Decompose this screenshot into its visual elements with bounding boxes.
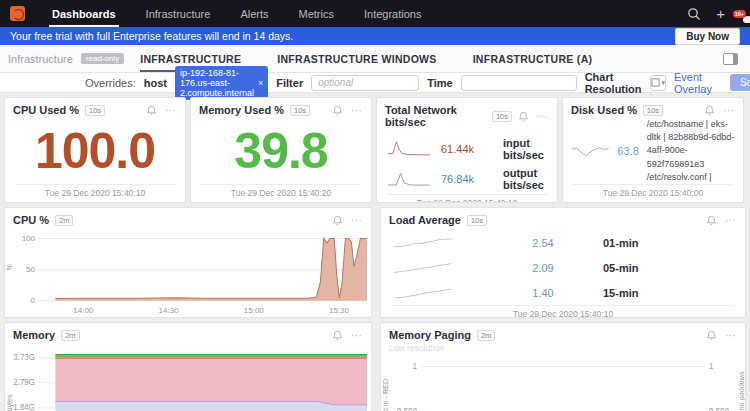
bell-icon[interactable] — [332, 105, 343, 116]
resolution-badge: 2m — [61, 330, 79, 341]
panel-title: CPU % — [13, 214, 49, 226]
more-icon[interactable]: ⋯ — [725, 215, 737, 226]
load-5min-sparkline — [393, 260, 453, 276]
bell-icon[interactable] — [146, 105, 157, 116]
more-icon[interactable]: ⋯ — [725, 330, 737, 341]
bell-icon[interactable] — [332, 215, 343, 226]
bell-icon[interactable] — [518, 111, 529, 122]
network-input-label: input bits/sec — [503, 137, 547, 161]
svg-text:0.500: 0.500 — [709, 407, 729, 411]
panel-memory: Memory 2m ⋯ 3.73G2.79G1.84G954M0bytes — [4, 322, 372, 411]
load-15min-value: 1.40 — [483, 287, 603, 299]
chevron-down-icon: ▾ — [662, 79, 666, 87]
panel-title: Load Average — [389, 214, 461, 226]
disk-used-value: 63.8 — [617, 145, 638, 157]
network-output-row: 76.84k output bits/sec — [377, 164, 557, 194]
svg-text:15:00: 15:00 — [244, 306, 265, 315]
chart-resolution-select[interactable]: ▾ — [650, 75, 667, 91]
top-navbar: Dashboards Infrastructure Alerts Metrics… — [0, 0, 750, 27]
notification-badge: 10+ — [733, 10, 746, 18]
panel-memory-paging: Memory Paging 2m ⋯ Low resolution 110.50… — [380, 322, 746, 411]
nav-item-dashboards[interactable]: Dashboards — [37, 0, 131, 27]
network-output-value: 76.84k — [441, 173, 503, 185]
bell-icon[interactable] — [706, 215, 717, 226]
dashboard-tabs-row: Infrastructure read-only INFRASTRUCTURE … — [0, 45, 750, 73]
filter-label: Filter — [276, 77, 303, 89]
search-icon[interactable] — [687, 7, 701, 21]
load-5min-label: 05-min — [603, 262, 733, 274]
disk-sparkline — [571, 141, 609, 161]
more-icon[interactable]: ⋯ — [537, 111, 549, 122]
overrides-label: Overrides: — [85, 77, 136, 89]
panel-load-average: Load Average 10s ⋯ 2.54 01-min 2.09 05-m… — [380, 207, 746, 318]
trial-banner-text: Your free trial with full Enterprise fea… — [10, 30, 293, 42]
panel-toggle-icon[interactable] — [723, 53, 738, 65]
add-icon[interactable]: + — [716, 6, 725, 21]
svg-text:0: 0 — [31, 296, 36, 305]
more-icon[interactable]: ⋯ — [351, 105, 363, 116]
sysdig-logo-icon[interactable] — [10, 6, 25, 21]
buy-now-button[interactable]: Buy Now — [675, 28, 740, 45]
resolution-badge: 10s — [290, 105, 310, 116]
trial-banner: Your free trial with full Enterprise fea… — [0, 27, 750, 45]
bell-icon[interactable] — [706, 330, 717, 341]
tab-infrastructure-a[interactable]: INFRASTRUCTURE (A) — [473, 46, 593, 72]
time-input[interactable] — [461, 75, 577, 91]
more-icon[interactable]: ⋯ — [165, 105, 177, 116]
read-only-badge: read-only — [81, 53, 124, 64]
svg-text:14:00: 14:00 — [73, 306, 94, 315]
panel-disk-used: Disk Used % 10s ⋯ 63.8 /etc/hostname | e… — [562, 97, 744, 203]
network-input-row: 61.44k input bits/sec — [377, 134, 557, 164]
panel-title: Total Network bits/sec — [385, 104, 486, 128]
nav-item-infrastructure[interactable]: Infrastructure — [131, 0, 226, 27]
panel-total-network: Total Network bits/sec 10s ⋯ 61.44k inpu… — [376, 97, 558, 203]
resolution-badge: 2m — [477, 330, 495, 341]
load-5min-value: 2.09 — [483, 262, 603, 274]
dashboard-context-label: Infrastructure — [8, 53, 73, 65]
svg-text:15:30: 15:30 — [329, 306, 350, 315]
nav-item-alerts[interactable]: Alerts — [225, 0, 283, 27]
panel-cpu-used: CPU Used % 10s ⋯ 100.0 Tue 29 Dec 2020 1… — [4, 97, 186, 203]
panel-memory-used: Memory Used % 10s ⋯ 39.8 Tue 29 Dec 2020… — [190, 97, 372, 203]
overrides-row: Overrides: host ip-192-168-81-176.us-eas… — [0, 73, 750, 93]
nav-item-metrics[interactable]: Metrics — [284, 0, 349, 27]
host-scope-chip-text: ip-192-168-81-176.us-east-2.compute.inte… — [180, 68, 254, 98]
chip-close-icon[interactable]: × — [258, 78, 263, 88]
timestamp: Tue 29 Dec 2020 15:40:20 — [201, 188, 361, 198]
network-input-value: 61.44k — [441, 143, 503, 155]
filter-input[interactable] — [311, 75, 419, 91]
save-button[interactable]: Save — [730, 74, 750, 91]
load-15min-sparkline — [393, 285, 453, 301]
panel-title: Memory Used % — [199, 104, 284, 116]
host-scope-chip[interactable]: ip-192-168-81-176.us-east-2.compute.inte… — [175, 66, 268, 100]
resolution-badge: 10s — [492, 111, 512, 122]
network-output-label: output bits/sec — [503, 167, 547, 191]
nav-item-integrations[interactable]: Integrations — [349, 0, 436, 27]
timestamp: Tue 29 Dec 2020 15:40:00 — [573, 188, 733, 198]
disk-mount-text: /etc/hostname | eks-dltk | 82b88b9d-6dbd… — [647, 118, 735, 183]
timestamp: Tue 29 Dec 2020 15:40:10 — [15, 188, 175, 198]
memory-paging-chart: 110.5000.50000swapped in - REDswapped ou… — [381, 353, 745, 411]
panel-title: CPU Used % — [13, 104, 79, 116]
more-icon[interactable]: ⋯ — [351, 330, 363, 341]
resolution-badge: 10s — [85, 105, 105, 116]
svg-text:1.84G: 1.84G — [13, 403, 35, 411]
load-1min-value: 2.54 — [483, 237, 603, 249]
svg-text:2.79G: 2.79G — [13, 378, 35, 387]
resolution-badge: 2m — [55, 215, 73, 226]
host-label: host — [144, 77, 167, 89]
svg-text:1: 1 — [413, 362, 418, 371]
event-overlay-link[interactable]: Event Overlay — [674, 71, 712, 95]
resolution-icon — [651, 78, 660, 87]
more-icon[interactable]: ⋯ — [723, 105, 735, 116]
timestamp: Tue 29 Dec 2020 15:40:10 — [387, 198, 547, 203]
cpu-percent-chart: 10050014:0014:3015:0015:30% — [5, 228, 371, 317]
bell-icon[interactable] — [704, 105, 715, 116]
bell-icon[interactable] — [332, 330, 343, 341]
tab-infrastructure-windows[interactable]: INFRASTRUCTURE WINDOWS — [277, 46, 436, 72]
more-icon[interactable]: ⋯ — [351, 215, 363, 226]
load-1min-label: 01-min — [603, 237, 733, 249]
svg-text:swapped in - RED: swapped in - RED — [382, 379, 390, 411]
svg-text:50: 50 — [26, 265, 35, 274]
resolution-badge: 10s — [467, 215, 487, 226]
